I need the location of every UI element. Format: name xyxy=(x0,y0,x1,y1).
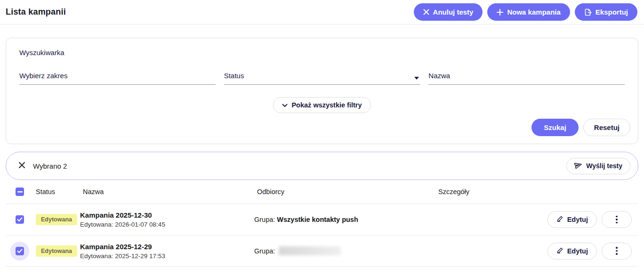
clear-selection-button[interactable] xyxy=(17,161,26,171)
close-icon xyxy=(18,162,25,170)
selection-bar: Wybrano 2 Wyślij testy xyxy=(6,152,638,180)
header-actions: Anuluj testy Nowa kampania Eksportuj xyxy=(414,3,637,21)
chevron-down-icon xyxy=(282,101,288,109)
campaign-name: Kampania 2025-12-29 xyxy=(80,243,254,251)
campaigns-table: Status Nazwa Odbiorcy Szczegóły Edytowan… xyxy=(6,180,638,267)
table-row: Edytowana Kampania 2025-12-29 Edytowana:… xyxy=(6,235,638,267)
export-button[interactable]: Eksportuj xyxy=(575,3,637,21)
edit-button[interactable]: Edytuj xyxy=(547,211,597,228)
search-fields-row: Wybierz zakres Status Nazwa xyxy=(19,72,625,85)
campaign-recipients: Grupa: Wszystkie kontakty push xyxy=(254,216,435,223)
selection-count-text: Wybrano 2 xyxy=(33,162,67,170)
campaign-recipients: Grupa: xyxy=(254,246,435,255)
cancel-tests-button[interactable]: Anuluj testy xyxy=(414,3,483,21)
kebab-icon xyxy=(616,247,618,255)
redacted-block xyxy=(279,246,341,255)
caret-down-icon xyxy=(414,77,419,80)
recipients-prefix: Grupa: xyxy=(254,247,275,255)
close-icon xyxy=(423,9,429,15)
filters-row: Pokaż wszystkie filtry xyxy=(14,97,630,113)
app-header: Lista kampanii Anuluj testy Nowa kampani… xyxy=(0,0,644,24)
table-header-row: Status Nazwa Odbiorcy Szczegóły xyxy=(6,180,638,204)
reset-button[interactable]: Resetuj xyxy=(583,119,630,136)
column-header-status: Status xyxy=(33,188,80,196)
table-body: Edytowana Kampania 2025-12-30 Edytowana:… xyxy=(6,204,638,267)
row-checkbox[interactable] xyxy=(16,247,24,255)
column-header-name: Nazwa xyxy=(80,188,254,196)
row-menu-button[interactable] xyxy=(602,211,632,228)
status-select-label: Status xyxy=(224,72,244,80)
status-badge: Edytowana xyxy=(36,214,77,225)
pencil-icon xyxy=(556,247,564,255)
status-select[interactable]: Status xyxy=(224,72,420,85)
search-panel-title: Wyszukiwarka xyxy=(19,49,630,57)
export-file-icon xyxy=(584,8,592,16)
show-all-filters-button[interactable]: Pokaż wszystkie filtry xyxy=(273,97,370,113)
new-campaign-button[interactable]: Nowa kampania xyxy=(487,3,570,21)
search-actions: Szukaj Resetuj xyxy=(14,119,630,136)
page-title: Lista kampanii xyxy=(6,7,66,17)
status-badge: Edytowana xyxy=(36,245,77,257)
edit-button[interactable]: Edytuj xyxy=(547,243,597,260)
pencil-icon xyxy=(556,215,564,224)
date-range-label: Wybierz zakres xyxy=(19,72,67,80)
date-range-field[interactable]: Wybierz zakres xyxy=(19,72,216,85)
send-icon xyxy=(574,162,582,170)
row-checkbox[interactable] xyxy=(16,215,24,224)
campaign-edited-date: Edytowana: 2026-01-07 08:45 xyxy=(80,221,254,228)
campaign-name: Kampania 2025-12-30 xyxy=(80,211,254,219)
table-row: Edytowana Kampania 2025-12-30 Edytowana:… xyxy=(6,204,638,235)
search-button[interactable]: Szukaj xyxy=(531,119,579,136)
recipients-group: Wszystkie kontakty push xyxy=(277,216,358,223)
row-menu-button[interactable] xyxy=(602,243,632,260)
recipients-prefix: Grupa: xyxy=(254,216,277,223)
name-field-label: Nazwa xyxy=(428,72,450,80)
column-header-recipients: Odbiorcy xyxy=(254,188,435,196)
select-all-checkbox[interactable] xyxy=(16,187,24,196)
campaign-edited-date: Edytowana: 2025-12-29 17:53 xyxy=(80,253,254,260)
search-panel: Wyszukiwarka Wybierz zakres Status Nazwa… xyxy=(6,38,638,144)
send-tests-button[interactable]: Wyślij testy xyxy=(566,158,630,174)
name-field[interactable]: Nazwa xyxy=(428,72,625,85)
kebab-icon xyxy=(616,216,618,224)
plus-icon xyxy=(497,9,503,16)
column-header-details: Szczegóły xyxy=(435,188,544,196)
